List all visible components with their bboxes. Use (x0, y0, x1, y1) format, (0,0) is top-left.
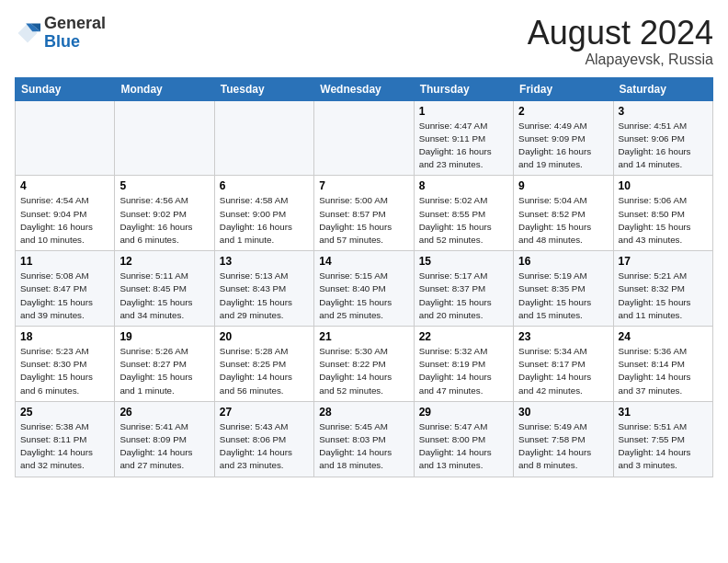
day-number: 31 (619, 406, 708, 419)
week-row-4: 18Sunrise: 5:23 AMSunset: 8:30 PMDayligh… (16, 327, 713, 402)
day-number: 17 (619, 255, 708, 268)
day-number: 8 (419, 179, 508, 192)
day-number: 2 (518, 105, 608, 118)
day-cell: 9Sunrise: 5:04 AMSunset: 8:52 PMDaylight… (514, 176, 613, 251)
week-row-5: 25Sunrise: 5:38 AMSunset: 8:11 PMDayligh… (16, 401, 713, 477)
week-row-3: 11Sunrise: 5:08 AMSunset: 8:47 PMDayligh… (16, 251, 713, 327)
day-cell: 31Sunrise: 5:51 AMSunset: 7:55 PMDayligh… (613, 401, 712, 477)
day-number: 28 (319, 406, 408, 419)
day-info: Sunrise: 5:23 AMSunset: 8:30 PMDaylight:… (20, 345, 109, 397)
logo-general: General (44, 15, 106, 33)
day-cell: 15Sunrise: 5:17 AMSunset: 8:37 PMDayligh… (414, 251, 513, 327)
day-cell: 29Sunrise: 5:47 AMSunset: 8:00 PMDayligh… (414, 401, 513, 477)
day-info: Sunrise: 5:51 AMSunset: 7:55 PMDaylight:… (619, 420, 708, 473)
day-info: Sunrise: 5:43 AMSunset: 8:06 PMDaylight:… (220, 420, 309, 473)
day-number: 5 (119, 179, 209, 192)
day-number: 7 (319, 179, 408, 192)
day-number: 14 (319, 255, 408, 268)
day-info: Sunrise: 4:49 AMSunset: 9:09 PMDaylight:… (518, 120, 608, 172)
day-cell: 8Sunrise: 5:02 AMSunset: 8:55 PMDaylight… (414, 176, 513, 251)
day-number: 21 (319, 330, 408, 343)
day-cell: 6Sunrise: 4:58 AMSunset: 9:00 PMDaylight… (214, 176, 313, 251)
day-number: 18 (20, 330, 109, 343)
day-info: Sunrise: 5:11 AMSunset: 8:45 PMDaylight:… (119, 270, 209, 322)
day-info: Sunrise: 5:17 AMSunset: 8:37 PMDaylight:… (419, 270, 508, 322)
logo-blue: Blue (44, 33, 106, 52)
day-number: 20 (220, 330, 309, 343)
day-cell: 5Sunrise: 4:56 AMSunset: 9:02 PMDaylight… (115, 176, 214, 251)
day-info: Sunrise: 5:13 AMSunset: 8:43 PMDaylight:… (220, 270, 309, 322)
week-row-1: 1Sunrise: 4:47 AMSunset: 9:11 PMDaylight… (16, 100, 713, 176)
day-info: Sunrise: 4:54 AMSunset: 9:04 PMDaylight:… (20, 194, 109, 247)
day-info: Sunrise: 5:36 AMSunset: 8:14 PMDaylight:… (619, 345, 708, 397)
title-block: August 2024 Alapayevsk, Russia (528, 15, 713, 68)
day-cell: 21Sunrise: 5:30 AMSunset: 8:22 PMDayligh… (314, 327, 414, 402)
day-info: Sunrise: 5:15 AMSunset: 8:40 PMDaylight:… (319, 270, 408, 322)
col-header-sunday: Sunday (16, 77, 115, 100)
day-number: 4 (20, 179, 109, 192)
day-info: Sunrise: 4:51 AMSunset: 9:06 PMDaylight:… (619, 120, 708, 172)
day-info: Sunrise: 5:32 AMSunset: 8:19 PMDaylight:… (419, 345, 508, 397)
month-year: August 2024 (528, 15, 713, 52)
day-info: Sunrise: 5:02 AMSunset: 8:55 PMDaylight:… (419, 194, 508, 247)
day-info: Sunrise: 5:08 AMSunset: 8:47 PMDaylight:… (20, 270, 109, 322)
day-number: 16 (518, 255, 608, 268)
day-cell: 4Sunrise: 4:54 AMSunset: 9:04 PMDaylight… (16, 176, 115, 251)
day-number: 12 (119, 255, 209, 268)
col-header-wednesday: Wednesday (314, 77, 414, 100)
day-info: Sunrise: 5:34 AMSunset: 8:17 PMDaylight:… (518, 345, 608, 397)
day-info: Sunrise: 5:45 AMSunset: 8:03 PMDaylight:… (319, 420, 408, 473)
day-info: Sunrise: 5:04 AMSunset: 8:52 PMDaylight:… (518, 194, 608, 247)
col-header-tuesday: Tuesday (214, 77, 313, 100)
day-info: Sunrise: 5:28 AMSunset: 8:25 PMDaylight:… (220, 345, 309, 397)
day-cell: 3Sunrise: 4:51 AMSunset: 9:06 PMDaylight… (613, 100, 712, 176)
day-number: 29 (419, 406, 508, 419)
day-cell (214, 100, 313, 176)
day-info: Sunrise: 5:38 AMSunset: 8:11 PMDaylight:… (20, 420, 109, 473)
col-header-saturday: Saturday (613, 77, 712, 100)
day-number: 24 (619, 330, 708, 343)
day-number: 10 (619, 179, 708, 192)
day-number: 26 (119, 406, 209, 419)
day-number: 3 (619, 105, 708, 118)
day-cell: 23Sunrise: 5:34 AMSunset: 8:17 PMDayligh… (514, 327, 613, 402)
day-cell: 19Sunrise: 5:26 AMSunset: 8:27 PMDayligh… (115, 327, 214, 402)
day-cell: 20Sunrise: 5:28 AMSunset: 8:25 PMDayligh… (214, 327, 313, 402)
day-info: Sunrise: 5:41 AMSunset: 8:09 PMDaylight:… (119, 420, 209, 473)
day-info: Sunrise: 5:49 AMSunset: 7:58 PMDaylight:… (518, 420, 608, 473)
day-info: Sunrise: 5:26 AMSunset: 8:27 PMDaylight:… (119, 345, 209, 397)
day-cell: 28Sunrise: 5:45 AMSunset: 8:03 PMDayligh… (314, 401, 414, 477)
logo: General Blue (15, 15, 106, 52)
day-cell: 14Sunrise: 5:15 AMSunset: 8:40 PMDayligh… (314, 251, 414, 327)
day-cell: 18Sunrise: 5:23 AMSunset: 8:30 PMDayligh… (16, 327, 115, 402)
day-cell: 2Sunrise: 4:49 AMSunset: 9:09 PMDaylight… (514, 100, 613, 176)
day-number: 23 (518, 330, 608, 343)
day-number: 19 (119, 330, 209, 343)
logo-text: General Blue (44, 15, 106, 52)
day-cell: 13Sunrise: 5:13 AMSunset: 8:43 PMDayligh… (214, 251, 313, 327)
day-cell (314, 100, 414, 176)
day-cell: 16Sunrise: 5:19 AMSunset: 8:35 PMDayligh… (514, 251, 613, 327)
day-cell (16, 100, 115, 176)
day-number: 9 (518, 179, 608, 192)
day-cell: 1Sunrise: 4:47 AMSunset: 9:11 PMDaylight… (414, 100, 513, 176)
day-cell: 27Sunrise: 5:43 AMSunset: 8:06 PMDayligh… (214, 401, 313, 477)
day-cell: 25Sunrise: 5:38 AMSunset: 8:11 PMDayligh… (16, 401, 115, 477)
day-cell: 30Sunrise: 5:49 AMSunset: 7:58 PMDayligh… (514, 401, 613, 477)
day-info: Sunrise: 4:47 AMSunset: 9:11 PMDaylight:… (419, 120, 508, 172)
day-number: 30 (518, 406, 608, 419)
col-header-thursday: Thursday (414, 77, 513, 100)
day-cell: 22Sunrise: 5:32 AMSunset: 8:19 PMDayligh… (414, 327, 513, 402)
day-cell: 10Sunrise: 5:06 AMSunset: 8:50 PMDayligh… (613, 176, 712, 251)
day-number: 25 (20, 406, 109, 419)
day-number: 13 (220, 255, 309, 268)
day-info: Sunrise: 5:19 AMSunset: 8:35 PMDaylight:… (518, 270, 608, 322)
day-cell: 26Sunrise: 5:41 AMSunset: 8:09 PMDayligh… (115, 401, 214, 477)
day-info: Sunrise: 5:30 AMSunset: 8:22 PMDaylight:… (319, 345, 408, 397)
page-header: General Blue August 2024 Alapayevsk, Rus… (15, 15, 713, 68)
day-info: Sunrise: 5:47 AMSunset: 8:00 PMDaylight:… (419, 420, 508, 473)
day-cell: 7Sunrise: 5:00 AMSunset: 8:57 PMDaylight… (314, 176, 414, 251)
day-number: 11 (20, 255, 109, 268)
logo-icon (15, 20, 40, 46)
day-cell: 17Sunrise: 5:21 AMSunset: 8:32 PMDayligh… (613, 251, 712, 327)
